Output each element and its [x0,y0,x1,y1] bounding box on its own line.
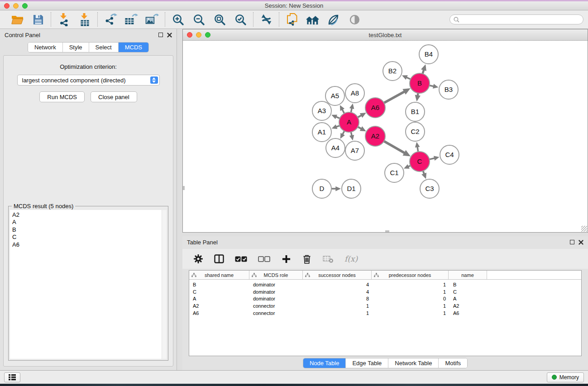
table-row[interactable]: A6connector11A6 [189,310,581,317]
tab-network[interactable]: Network [28,43,63,52]
tab-mcds[interactable]: MCDS [119,43,148,52]
graph-edge-A-A7[interactable] [349,132,354,141]
table-cell[interactable]: A [189,296,249,301]
table-cell[interactable]: 1 [372,282,449,287]
close-panel-icon[interactable] [167,33,172,38]
graph-edge-B-B3[interactable] [429,84,438,89]
export-image-icon[interactable] [145,13,159,26]
show-graphics-details-icon[interactable] [348,13,361,26]
table-cell[interactable]: 4 [303,282,372,287]
zoom-out-icon[interactable] [192,13,206,26]
result-item[interactable]: A6 [12,241,160,248]
graph-edge-A-A5[interactable] [340,105,344,113]
table-cell[interactable]: dominator [249,282,303,287]
table-row[interactable]: Cdominator41C [189,288,581,295]
result-item[interactable]: B [12,226,160,234]
column-header-shared-name[interactable]: shared name [189,271,249,279]
result-item[interactable]: C [12,234,160,241]
select-stepper-icon[interactable] [150,76,158,84]
column-header-mcds-role[interactable]: MCDS role [249,271,303,279]
open-session-icon[interactable] [10,13,24,26]
zoom-fit-icon[interactable] [213,13,226,26]
export-table-icon[interactable] [124,13,138,26]
select-all-columns-icon[interactable] [235,253,247,265]
graph-node-A3[interactable]: A3 [312,101,331,120]
graph-node-B2[interactable]: B2 [383,62,402,81]
table-cell[interactable]: A6 [449,310,487,316]
result-item[interactable]: A2 [12,211,160,219]
tab-select[interactable]: Select [89,43,119,52]
refresh-icon[interactable] [259,13,273,26]
graph-edge-A-A3[interactable] [331,114,339,119]
table-cell[interactable]: 1 [372,289,449,295]
frame-resize-handle-bottom[interactable] [385,230,389,232]
zoom-selected-icon[interactable] [234,13,247,26]
graph-node-A7[interactable]: A7 [345,141,364,160]
graph-edge-A-A2[interactable] [358,126,366,131]
graph-edge-A-A4[interactable] [340,131,345,138]
unselect-all-columns-icon[interactable] [258,253,270,265]
graph-edge-A2-C[interactable] [384,141,411,157]
task-history-button[interactable] [4,372,20,382]
graph-node-A[interactable]: A [339,112,359,132]
tab-network-table[interactable]: Network Table [388,358,439,368]
minimize-window-button[interactable] [13,3,19,9]
search-box[interactable] [449,14,583,24]
table-cell[interactable]: A2 [449,303,487,309]
graph-edge-A-A1[interactable] [332,124,340,129]
column-header-name[interactable]: name [449,271,487,279]
graph-edge-B-B1[interactable] [415,93,421,102]
graph-node-B3[interactable]: B3 [439,80,458,99]
column-header-successor-nodes[interactable]: successor nodes [303,271,372,279]
frame-resize-grip[interactable] [581,226,587,232]
graph-edge-D-D1[interactable] [332,186,341,191]
graph-node-B4[interactable]: B4 [419,45,438,64]
search-input[interactable] [462,16,579,23]
zoom-window-button[interactable] [22,3,28,9]
hide-graphics-details-icon[interactable] [327,13,340,26]
graph-edge-A6-B[interactable] [384,88,411,103]
graph-edge-C-C1[interactable] [404,164,411,169]
table-cell[interactable]: B [449,282,487,287]
table-cell[interactable]: A [449,296,487,301]
close-frame-button[interactable] [187,32,192,38]
memory-button[interactable]: Memory [547,372,584,382]
table-cell[interactable]: A6 [189,310,249,316]
table-cell[interactable]: 8 [303,296,372,301]
save-session-icon[interactable] [31,13,45,26]
table-cell[interactable]: dominator [249,296,303,301]
graph-node-C4[interactable]: C4 [440,145,459,164]
graph-node-D1[interactable]: D1 [342,179,361,198]
float-panel-icon[interactable] [570,240,574,244]
tab-motifs[interactable]: Motifs [439,358,467,368]
table-cell[interactable]: C [449,289,487,295]
tab-node-table[interactable]: Node Table [303,358,346,368]
table-cell[interactable]: 1 [303,310,372,316]
close-window-button[interactable] [4,3,10,9]
tab-edge-table[interactable]: Edge Table [346,358,388,368]
copy-current-style-icon[interactable] [285,13,299,26]
table-options-icon[interactable] [193,253,203,265]
criterion-select[interactable]: largest connected component (directed) [17,75,160,86]
close-panel-button[interactable]: Close panel [91,91,137,102]
graph-edge-C-C2[interactable] [415,142,420,152]
graph-node-B1[interactable]: B1 [406,102,425,121]
function-builder-icon[interactable]: f(x) [344,253,358,265]
export-network-icon[interactable] [104,13,117,26]
close-panel-icon[interactable] [578,240,583,245]
graph-node-C[interactable]: C [410,152,430,172]
table-cell[interactable]: 1 [372,310,449,316]
import-network-icon[interactable] [57,13,71,26]
frame-resize-handle-left[interactable] [183,186,185,190]
column-header-predecessor-nodes[interactable]: predecessor nodes [372,271,449,279]
table-cell[interactable]: 1 [372,303,449,309]
graph-node-A6[interactable]: A6 [365,98,385,118]
graph-node-C3[interactable]: C3 [420,179,439,198]
table-cell[interactable]: 1 [303,303,372,309]
table-cell[interactable]: A2 [189,303,249,309]
result-item[interactable]: A [12,219,160,226]
graph-edge-C-C4[interactable] [429,156,439,160]
graph-node-A1[interactable]: A1 [312,123,331,142]
import-table-icon[interactable] [78,13,91,26]
graph-edge-B-B4[interactable] [421,64,426,74]
